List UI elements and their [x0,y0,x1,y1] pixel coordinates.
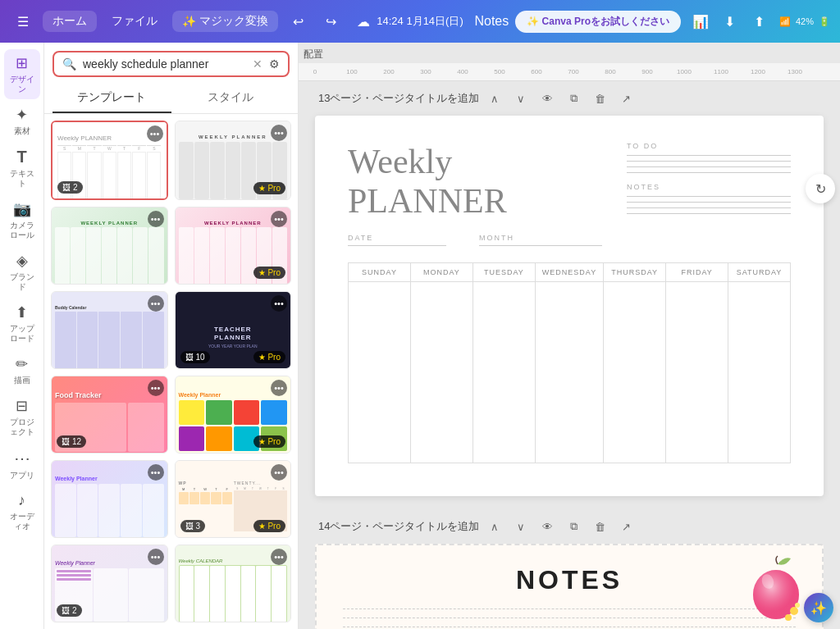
apple-decoration [743,552,809,629]
move-up-button-14[interactable]: ∧ [484,516,505,537]
duplicate-button-13[interactable]: ⧉ [563,88,584,109]
redo-button[interactable]: ↪ [317,8,344,34]
template-item-3[interactable]: WEEKLY PLANNER ••• [51,207,168,285]
add-button-14[interactable]: ↗ [615,516,637,537]
apps-icon: ⋯ [14,449,30,468]
template-item-6[interactable]: TEACHERPLANNER YOUR YEAR YOUR PLAN 🖼10 ★… [175,291,292,369]
undo-button[interactable]: ↩ [285,8,311,34]
template-menu-4[interactable]: ••• [271,211,287,227]
add-button-13[interactable]: ↗ [615,88,637,109]
apps-label: アプリ [10,471,34,481]
sidebar-item-text[interactable]: T テキスト [4,143,40,194]
template-menu-6[interactable]: ••• [271,295,287,312]
design-label: デザイン [7,75,37,94]
menu-icon: ☰ [17,14,29,30]
time-display: 14:24 1月14日(日) [377,14,463,29]
draw-icon: ✏ [16,355,28,373]
day-header-monday: MONDAY [411,263,472,282]
delete-button-14[interactable]: 🗑 [589,516,610,537]
svg-point-3 [790,607,798,615]
day-cell-monday: MONDAY [411,263,473,463]
template-item-9[interactable]: Weekly Planner ••• [51,460,168,538]
search-filter-button[interactable]: ⚙ [269,57,280,71]
sidebar-item-apps[interactable]: ⋯ アプリ [4,444,40,485]
visibility-button-13[interactable]: 👁 [536,88,558,109]
topbar: ☰ ホーム ファイル ✨ マジック変換 ↩ ↪ ☁ 14:24 1月14日(日)… [0,0,840,43]
duplicate-button-14[interactable]: ⧉ [563,516,584,537]
cloud-button[interactable]: ☁ [350,8,377,34]
template-item-7[interactable]: Food Tracker 🖼12 ••• [51,376,168,454]
refresh-button[interactable]: ↻ [806,174,835,203]
upload-label: アップロード [7,324,37,344]
menu-button[interactable]: ☰ [10,8,36,34]
template-menu-5[interactable]: ••• [148,295,164,312]
file-label: ファイル [112,14,158,27]
notes-canvas[interactable]: NOTES [315,544,824,629]
canvas-magic-button[interactable]: ✨ [804,593,833,622]
template-badge-11: 🖼2 [57,604,82,617]
template-item-5[interactable]: Buddy Calendar ••• [51,291,168,369]
move-down-button-14[interactable]: ∨ [510,516,532,537]
template-item-12[interactable]: Weekly CALENDAR ••• [175,545,292,622]
template-menu-11[interactable]: ••• [148,549,164,565]
template-menu-10[interactable]: ••• [271,464,287,481]
template-item-8[interactable]: Weekly Planner ★ Pro [175,376,292,454]
weekly-planner-canvas[interactable]: Weekly PLANNER DATE MONTH [315,116,824,496]
visibility-button-14[interactable]: 👁 [536,516,558,537]
sidebar-item-elements[interactable]: ✦ 素材 [4,101,40,141]
ruler-tick-600: 600 [531,68,541,75]
sidebar-item-draw[interactable]: ✏ 描画 [4,350,40,390]
download-button[interactable]: ⬇ [717,8,743,34]
template-menu-3[interactable]: ••• [148,211,164,227]
template-item-4[interactable]: WEEKLY PLANNER ★ Pro ••• [175,207,292,285]
ruler-tick-100: 100 [346,68,357,75]
sidebar-item-project[interactable]: ⊟ プロジェクト [4,392,40,442]
template-menu-12[interactable]: ••• [271,549,287,565]
delete-button-13[interactable]: 🗑 [589,88,610,109]
sidebar-item-upload[interactable]: ⬆ アップロード [4,299,40,349]
tab-template[interactable]: テンプレート [52,84,171,113]
file-button[interactable]: ファイル [103,11,166,32]
move-up-button-13[interactable]: ∧ [484,88,505,109]
ruler: 0 100 200 300 400 500 600 700 800 900 10… [307,63,840,81]
search-input[interactable] [83,57,246,71]
template-pro-8: ★ Pro [253,435,285,448]
template-item-2[interactable]: WEEKLY PLANNER ★ Pro ••• [175,121,292,200]
sidebar-item-brand[interactable]: ◈ ブランド [4,247,40,297]
elements-label: 素材 [14,126,30,136]
template-item-1[interactable]: Weekly PLANNER S M T W T F S [51,121,168,200]
redo-icon: ↪ [326,14,336,30]
template-pro-10: ★ Pro [253,520,285,532]
chart-button[interactable]: 📊 [687,8,714,34]
page-header-actions-14: ∧ ∨ 👁 ⧉ 🗑 ↗ [484,516,637,537]
magic-button[interactable]: ✨ マジック変換 [172,11,278,32]
template-menu-1[interactable]: ••• [147,125,163,142]
upload-icon: ⬆ [16,303,28,321]
share-button[interactable]: ⬆ [746,8,773,34]
canvas-content[interactable]: 13ページ・ページタイトルを追加 ∧ ∨ 👁 ⧉ 🗑 ↗ Weekly PLAN… [299,81,840,629]
sidebar-item-design[interactable]: ⊞ デザイン [4,49,40,99]
page-13-section: 13ページ・ページタイトルを追加 ∧ ∨ 👁 ⧉ 🗑 ↗ Weekly PLAN… [315,81,824,496]
template-menu-9[interactable]: ••• [148,464,164,481]
template-menu-7[interactable]: ••• [148,380,164,396]
ruler-tick-200: 200 [383,68,394,75]
template-menu-8[interactable]: ••• [271,380,287,396]
canva-pro-button[interactable]: ✨ Canva Proをお試しください [515,11,681,33]
search-area: 🔍 ✕ ⚙ [44,43,298,84]
sidebar-item-camera[interactable]: 📷 カメラロール [4,195,40,245]
tab-style[interactable]: スタイル [171,84,290,113]
magic-label: マジック変換 [199,14,268,29]
camera-icon: 📷 [13,200,31,218]
sidebar-item-audio[interactable]: ♪ オーディオ [4,487,40,536]
panel-tabs: テンプレート スタイル [44,84,298,114]
template-item-10[interactable]: WP M T W T F [175,460,292,538]
template-item-11[interactable]: Weekly Planner 🖼2 [51,545,168,622]
template-menu-2[interactable]: ••• [271,125,287,141]
search-clear-button[interactable]: ✕ [253,57,262,71]
canvas-area: 配置 0 100 200 300 400 500 600 700 800 900… [299,43,840,629]
document-title: Notes [474,14,509,29]
move-down-button-13[interactable]: ∨ [510,88,532,109]
home-button[interactable]: ホーム [43,11,97,32]
배치-label: 配置 [299,43,840,63]
text-icon: T [16,148,26,166]
